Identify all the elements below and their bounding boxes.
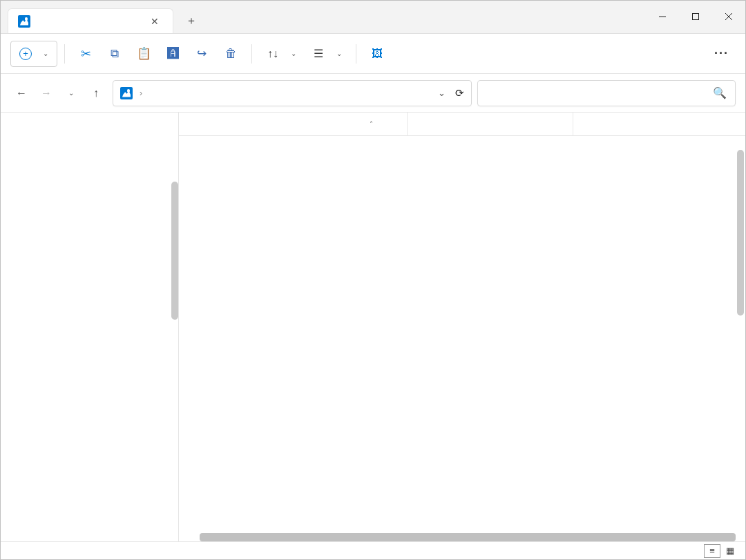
separator	[251, 44, 252, 64]
recent-button[interactable]: ⌄	[60, 82, 82, 104]
minimize-button[interactable]	[646, 0, 679, 33]
pictures-icon	[120, 87, 133, 99]
file-rows	[179, 136, 745, 541]
set-background-button[interactable]: 🖼	[363, 41, 396, 67]
forward-button[interactable]: →	[35, 82, 57, 104]
chevron-down-icon[interactable]: ⌄	[438, 88, 446, 98]
separator	[356, 44, 356, 64]
scissors-icon: ✂	[79, 47, 93, 61]
plus-icon: +	[19, 48, 32, 60]
navigation-row: ← → ⌄ ↑ › ⌄ ⟳ 🔍	[1, 74, 745, 113]
svg-rect-1	[693, 14, 699, 20]
refresh-button[interactable]: ⟳	[455, 87, 464, 99]
cut-button[interactable]: ✂	[72, 41, 99, 67]
breadcrumb-separator-icon: ›	[140, 88, 142, 98]
copy-button[interactable]: ⧉	[101, 41, 128, 67]
new-tab-button[interactable]: ＋	[179, 8, 204, 33]
delete-button[interactable]: 🗑	[217, 41, 245, 67]
sort-indicator-icon: ˄	[370, 120, 373, 128]
sidebar-scrollbar[interactable]	[171, 182, 178, 320]
column-date[interactable]	[407, 113, 573, 135]
rename-button[interactable]: 🅰	[159, 41, 186, 67]
pictures-icon	[18, 15, 30, 28]
chevron-down-icon: ⌄	[43, 50, 48, 57]
column-name[interactable]: ˄	[200, 113, 407, 135]
column-headers: ˄	[179, 113, 745, 136]
content-scrollbar[interactable]	[737, 150, 744, 316]
status-bar: ≡ ▦	[1, 541, 745, 559]
close-window-button[interactable]	[712, 0, 745, 33]
column-type[interactable]	[573, 113, 697, 135]
background-icon: 🖼	[370, 47, 384, 61]
back-button[interactable]: ←	[10, 82, 32, 104]
navigation-pane	[1, 113, 179, 541]
more-button[interactable]: ···	[707, 41, 736, 67]
chevron-down-icon: ⌄	[336, 50, 342, 57]
search-input[interactable]: 🔍	[477, 80, 736, 106]
share-icon: ↪	[195, 47, 209, 61]
view-button[interactable]: ☰ ⌄	[305, 41, 349, 67]
window-controls	[646, 0, 745, 33]
search-icon: 🔍	[713, 86, 727, 99]
close-tab-icon[interactable]: ✕	[146, 15, 163, 28]
chevron-down-icon: ⌄	[68, 89, 74, 97]
address-bar[interactable]: › ⌄ ⟳	[113, 80, 472, 106]
trash-icon: 🗑	[224, 47, 238, 61]
thumbnails-view-button[interactable]: ▦	[722, 544, 738, 558]
horizontal-scrollbar[interactable]	[200, 533, 736, 541]
rename-icon: 🅰	[166, 47, 180, 61]
up-button[interactable]: ↑	[85, 82, 107, 104]
chevron-down-icon: ⌄	[291, 50, 296, 57]
new-button[interactable]: + ⌄	[10, 41, 57, 67]
toolbar: + ⌄ ✂ ⧉ 📋 🅰 ↪ 🗑 ↑↓ ⌄ ☰ ⌄ 🖼 ···	[1, 34, 745, 74]
sort-icon: ↑↓	[266, 47, 280, 61]
titlebar: ✕ ＋	[1, 1, 745, 34]
sort-button[interactable]: ↑↓ ⌄	[259, 41, 303, 67]
clipboard-icon: 📋	[137, 47, 151, 61]
view-icon: ☰	[312, 47, 325, 61]
file-list-pane: ˄	[179, 113, 745, 541]
copy-icon: ⧉	[108, 47, 122, 61]
details-view-button[interactable]: ≡	[704, 544, 720, 558]
ellipsis-icon: ···	[714, 46, 729, 61]
paste-button[interactable]: 📋	[130, 41, 157, 67]
separator	[64, 44, 65, 64]
active-tab[interactable]: ✕	[8, 8, 173, 33]
maximize-button[interactable]	[679, 0, 712, 33]
share-button[interactable]: ↪	[188, 41, 216, 67]
